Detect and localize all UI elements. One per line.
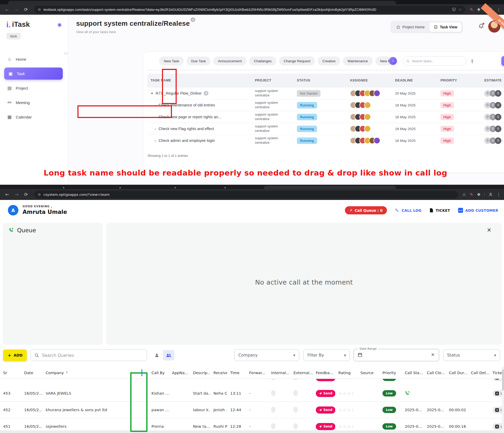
task-table-header-cell[interactable]: ESTIMATE [480, 79, 504, 82]
calllog-header-cell[interactable]: Call Det... [468, 371, 489, 375]
app-logo[interactable]: i. iTask ◉ [6, 20, 62, 29]
clear-date-icon[interactable]: ✕ [431, 352, 435, 357]
task-search-box[interactable] [403, 56, 466, 66]
search-queries-input[interactable] [42, 353, 143, 358]
expand-caret-icon[interactable]: ▸ [155, 139, 156, 142]
filter-by-select[interactable]: Filter By▼ [303, 349, 350, 361]
calllog-header-cell[interactable]: Call By [148, 371, 169, 375]
calllog-header-cell[interactable]: Call Dur... [446, 371, 468, 375]
calendar-icon[interactable] [358, 352, 363, 357]
active-call-phone-icon[interactable] [405, 391, 424, 396]
send-feedback-button[interactable]: Send [316, 390, 335, 397]
sidebar-nav-item[interactable]: ▤ Project [0, 82, 68, 94]
back-button[interactable]: ← [3, 6, 11, 13]
browser-tab[interactable] [8, 1, 396, 4]
chips-next-button[interactable]: › [389, 57, 397, 65]
calllog-header-cell[interactable]: Priority [379, 371, 402, 375]
assignee-cell[interactable] [346, 102, 391, 109]
expand-caret-icon[interactable]: ▼ [151, 92, 153, 95]
table-row[interactable]: ▸ Check admin and employee login support… [147, 135, 504, 146]
workspace-tag[interactable]: itask [6, 33, 21, 39]
calllog-header-cell[interactable]: Forwar... [246, 371, 268, 375]
task-table-header-cell[interactable]: DEADLINE [391, 79, 436, 82]
task-view-button[interactable]: Task View [429, 22, 461, 32]
calllog-header-cell[interactable]: Rating [335, 371, 357, 375]
task-filter-chip[interactable]: New Task [159, 56, 184, 65]
table-row[interactable]: 453 16/05/2... VARA JEWELS Kishan ... St… [0, 385, 504, 402]
team-view-button[interactable] [163, 350, 174, 360]
rating-cell[interactable]: ☆☆☆☆ [335, 424, 357, 429]
task-table-header-cell[interactable]: PROJECT [251, 79, 293, 82]
send-feedback-button[interactable]: Send [316, 423, 335, 430]
scrollbar-thumb[interactable] [502, 369, 504, 390]
sidebar-nav-item[interactable]: ▣ Task [4, 68, 63, 80]
address-bar[interactable]: ⊜ csystem.optigoapps.com/?view=team [34, 191, 458, 198]
table-row[interactable]: ▸ Check Maintenance of old entries suppo… [147, 99, 504, 111]
expand-caret-icon[interactable]: ▸ [155, 127, 156, 130]
calllog-header-cell[interactable]: Source [357, 371, 379, 375]
company-select[interactable]: Company▼ [234, 349, 299, 361]
calllog-header-cell[interactable]: Internal... [268, 371, 290, 375]
pen-extension-icon[interactable]: ✎ [470, 7, 473, 12]
section-drag-handle[interactable]: ⣿⣿ [64, 53, 69, 55]
calllog-header-cell[interactable]: Call Clo... [424, 371, 446, 375]
extensions-puzzle-icon[interactable]: ❖ [477, 7, 481, 12]
send-to-device-icon[interactable] [452, 7, 456, 12]
personal-view-button[interactable] [151, 350, 162, 360]
calllog-header-cell[interactable]: Descrip... [190, 371, 210, 375]
send-feedback-button[interactable]: Send [316, 406, 335, 414]
forward-button[interactable]: → [13, 6, 20, 13]
rating-cell[interactable]: ☆☆☆☆ [335, 391, 357, 396]
reload-button[interactable]: ⟳ [22, 190, 30, 198]
send-feedback-button[interactable]: Send [316, 379, 335, 381]
sidebar-nav-item[interactable]: ▦ Calendar [0, 111, 68, 123]
sidebar-nav-item[interactable]: ⌂ Home [0, 53, 68, 65]
assignee-cell[interactable] [346, 90, 391, 97]
browser-tab-strip[interactable] [0, 0, 504, 4]
rating-cell[interactable]: ☆☆☆☆ [335, 408, 357, 413]
notification-bell-icon[interactable] [478, 23, 484, 29]
pen-extension-icon[interactable]: ✎ [470, 192, 473, 197]
calllog-header-cell[interactable]: AppNa... [169, 371, 190, 375]
address-bar[interactable]: ⊜ testitask.optigoapps.com/tasks/support… [34, 6, 465, 13]
search-input[interactable] [412, 59, 463, 63]
calllog-header-cell[interactable]: Company↑ [43, 371, 126, 375]
site-settings-icon[interactable]: ⊜ [38, 192, 41, 197]
calllog-header-cell[interactable]: Feedba... [313, 371, 335, 375]
browser-tab[interactable] [264, 186, 396, 189]
call-log-button[interactable]: CALL LOG [395, 208, 421, 213]
new-task-button[interactable]: +New [501, 56, 504, 66]
task-filter-chip[interactable]: Maintenance [343, 56, 372, 65]
task-table-header-cell[interactable]: STATUS [293, 79, 346, 82]
bookmark-star-icon[interactable]: ☆ [462, 192, 466, 197]
extensions-puzzle-icon[interactable]: ❖ [477, 192, 481, 197]
call-queue-button[interactable]: ↗ Call Queue : 0 [345, 206, 387, 214]
table-row[interactable]: ▼ R73 _Regular Flow_Online 4 support sys… [147, 87, 504, 99]
browser-tab-strip[interactable] [0, 185, 504, 189]
forward-button[interactable]: → [13, 190, 20, 198]
task-filter-chip[interactable]: Change Request [279, 56, 315, 65]
table-row[interactable]: ▸ Check new Flag rights and effect suppo… [147, 123, 504, 135]
task-filter-chip[interactable]: Announcement [213, 56, 246, 65]
profile-icon[interactable] [488, 192, 493, 197]
browser-menu-kebab-icon[interactable]: ⋮ [497, 7, 501, 12]
task-filter-chip[interactable]: Due Task [186, 56, 211, 65]
query-search-box[interactable] [30, 349, 147, 361]
table-row[interactable]: ▸ Check new page or report rights an... … [147, 111, 504, 123]
back-button[interactable]: ← [3, 190, 11, 198]
date-range-field[interactable]: Date Range ✕ [354, 349, 439, 361]
task-name-cell[interactable]: ▸ Check new Flag rights and effect [147, 127, 251, 131]
user-avatar[interactable]: A [8, 205, 18, 215]
calllog-header-cell[interactable]: Sr [0, 371, 21, 375]
rating-cell[interactable]: ☆☆☆☆ [335, 379, 357, 380]
calllog-header-cell[interactable]: External... [290, 371, 313, 375]
bookmark-star-icon[interactable]: ☆ [459, 7, 462, 12]
assignee-cell[interactable] [346, 114, 391, 120]
task-table-header-cell[interactable]: PRIORITY [436, 79, 480, 82]
add-query-button[interactable]: +ADD [3, 349, 27, 361]
calllog-header-cell[interactable]: Date [21, 371, 43, 375]
assignee-cell[interactable] [346, 125, 391, 132]
calllog-header-cell[interactable]: Call Sta... [402, 371, 424, 375]
collapse-chevrons-icon[interactable]: ∨∨ [471, 59, 474, 63]
task-filter-chip[interactable]: Challanges [249, 56, 276, 65]
